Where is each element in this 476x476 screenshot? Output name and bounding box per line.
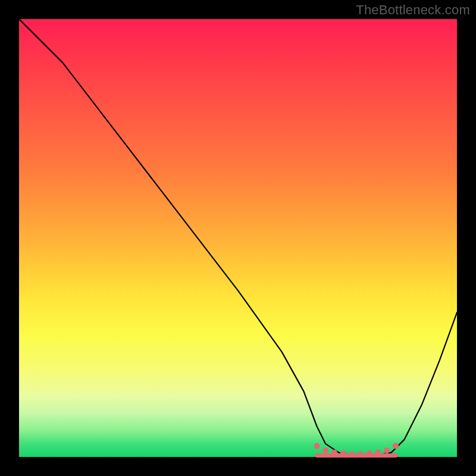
watermark-text: TheBottleneck.com (356, 2, 470, 18)
chart-stage: TheBottleneck.com (0, 0, 476, 476)
marker-dot (393, 443, 399, 449)
bottleneck-curve (19, 19, 457, 455)
curve-svg (19, 19, 457, 457)
plot-area (19, 19, 457, 457)
marker-dot (314, 443, 320, 449)
marker-dot (322, 447, 328, 453)
marker-dot (384, 447, 390, 453)
